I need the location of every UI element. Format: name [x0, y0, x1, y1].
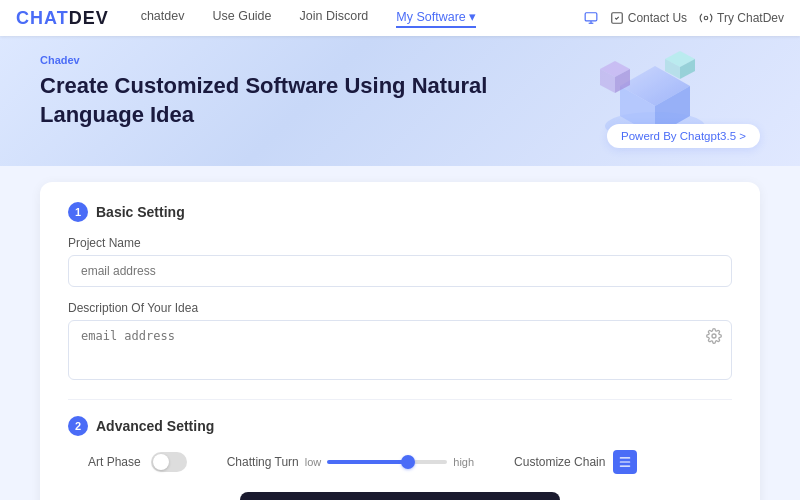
logo-dev: DEV — [69, 8, 109, 28]
art-phase-group: Art Phase — [88, 452, 187, 472]
customize-chain-group: Customize Chain — [514, 450, 637, 474]
contact-us-btn[interactable]: Contact Us — [610, 11, 687, 25]
nav-links: chatdev Use Guide Join Discord My Softwa… — [141, 9, 584, 28]
hero-title: Create Customized Software Using Natural… — [40, 72, 540, 129]
textarea-settings-icon[interactable] — [706, 328, 722, 347]
try-chatdev-btn[interactable]: Try ChatDev — [699, 11, 784, 25]
art-phase-label: Art Phase — [88, 455, 141, 469]
description-textarea[interactable] — [68, 320, 732, 380]
advanced-setting-header: 2 Advanced Setting — [68, 416, 732, 436]
logo: CHATDEV — [16, 8, 109, 29]
advanced-controls: Art Phase Chatting Turn low high Customi… — [68, 450, 732, 474]
basic-setting-header: 1 Basic Setting — [68, 202, 732, 222]
powered-btn-label: Powerd By Chatgpt3.5 > — [621, 130, 746, 142]
nav-chatdev[interactable]: chatdev — [141, 9, 185, 28]
settings-divider — [68, 399, 732, 400]
chatting-turn-slider[interactable] — [327, 460, 447, 464]
monitor-icon-btn[interactable] — [584, 11, 598, 25]
project-name-group: Project Name — [68, 236, 732, 287]
description-label: Description Of Your Idea — [68, 301, 732, 315]
chatting-turn-group: Chatting Turn low high — [227, 455, 474, 469]
start-running-button[interactable]: Start Running — [240, 492, 560, 500]
slider-high-label: high — [453, 456, 474, 468]
svg-rect-18 — [620, 466, 631, 467]
logo-text: CHATDEV — [16, 8, 109, 29]
advanced-setting-title: Advanced Setting — [96, 418, 214, 434]
description-group: Description Of Your Idea — [68, 301, 732, 383]
svg-point-4 — [704, 16, 708, 20]
project-name-input[interactable] — [68, 255, 732, 287]
svg-rect-17 — [620, 461, 631, 462]
start-btn-wrapper: Start Running — [68, 492, 732, 500]
nav-join-discord[interactable]: Join Discord — [300, 9, 369, 28]
svg-rect-16 — [620, 457, 631, 458]
nav-right: Contact Us Try ChatDev — [584, 11, 784, 25]
navbar: CHATDEV chatdev Use Guide Join Discord M… — [0, 0, 800, 36]
hero-section: Chadev Create Customized Software Using … — [0, 36, 800, 166]
customize-chain-icon-btn[interactable] — [613, 450, 637, 474]
basic-setting-title: Basic Setting — [96, 204, 185, 220]
nav-use-guide[interactable]: Use Guide — [212, 9, 271, 28]
toggle-knob — [153, 454, 169, 470]
logo-chat: CHAT — [16, 8, 69, 28]
slider-low-label: low — [305, 456, 322, 468]
advanced-section-num: 2 — [68, 416, 88, 436]
svg-rect-0 — [585, 13, 597, 21]
project-name-label: Project Name — [68, 236, 732, 250]
powered-btn[interactable]: Powerd By Chatgpt3.5 > — [607, 124, 760, 148]
description-wrapper — [68, 320, 732, 383]
chatting-turn-label: Chatting Turn — [227, 455, 299, 469]
basic-section-num: 1 — [68, 202, 88, 222]
main-content: 1 Basic Setting Project Name Description… — [0, 166, 800, 500]
settings-card: 1 Basic Setting Project Name Description… — [40, 182, 760, 500]
art-phase-toggle[interactable] — [151, 452, 187, 472]
nav-my-software[interactable]: My Software ▾ — [396, 9, 476, 28]
svg-point-15 — [712, 334, 716, 338]
customize-chain-label: Customize Chain — [514, 455, 605, 469]
